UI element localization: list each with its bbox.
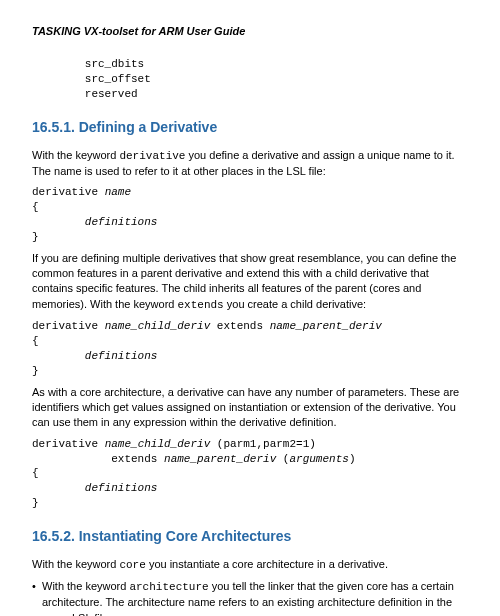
code-text: { bbox=[32, 201, 85, 228]
keyword-architecture: architecture bbox=[129, 581, 208, 593]
bullet-dot-icon: • bbox=[32, 579, 42, 616]
code-keywords-top: src_dbits src_offset reserved bbox=[32, 57, 468, 102]
bullet-item: • With the keyword architecture you tell… bbox=[32, 579, 468, 616]
code-derivative-extends: derivative name_child_deriv extends name… bbox=[32, 319, 468, 378]
code-text: } bbox=[32, 497, 39, 509]
paragraph: As with a core architecture, a derivativ… bbox=[32, 385, 468, 431]
code-placeholder-name: name bbox=[105, 186, 131, 198]
code-text: } bbox=[32, 231, 39, 243]
code-placeholder-definitions: definitions bbox=[85, 216, 158, 228]
paragraph: If you are defining multiple derivatives… bbox=[32, 251, 468, 314]
text: you instantiate a core architecture in a… bbox=[146, 558, 388, 570]
section-heading-defining-derivative: 16.5.1. Defining a Derivative bbox=[32, 118, 468, 138]
code-text: } bbox=[32, 365, 39, 377]
code-placeholder-parent: name_parent_deriv bbox=[270, 320, 382, 332]
keyword-core: core bbox=[119, 559, 145, 571]
code-text: derivative bbox=[32, 438, 105, 450]
code-placeholder-child: name_child_deriv bbox=[105, 438, 211, 450]
code-text: extends bbox=[210, 320, 269, 332]
code-placeholder-definitions: definitions bbox=[85, 482, 158, 494]
code-placeholder-child: name_child_deriv bbox=[105, 320, 211, 332]
code-placeholder-definitions: definitions bbox=[85, 350, 158, 362]
code-placeholder-parent: name_parent_deriv bbox=[164, 453, 276, 465]
bullet-text: With the keyword architecture you tell t… bbox=[42, 579, 468, 616]
keyword-derivative: derivative bbox=[119, 150, 185, 162]
text: you create a child derivative: bbox=[224, 298, 366, 310]
text: With the keyword bbox=[32, 149, 119, 161]
code-derivative-params: derivative name_child_deriv (parm1,parm2… bbox=[32, 437, 468, 511]
text: With the keyword bbox=[42, 580, 129, 592]
code-text: ( bbox=[276, 453, 289, 465]
section-heading-instantiating-core: 16.5.2. Instantiating Core Architectures bbox=[32, 527, 468, 547]
doc-title: TASKING VX-toolset for ARM User Guide bbox=[32, 24, 468, 39]
code-text: { bbox=[32, 335, 85, 362]
code-placeholder-arguments: arguments bbox=[289, 453, 348, 465]
code-text: derivative bbox=[32, 186, 105, 198]
code-derivative-basic: derivative name { definitions } bbox=[32, 185, 468, 244]
text: With the keyword bbox=[32, 558, 119, 570]
paragraph: With the keyword core you instantiate a … bbox=[32, 557, 468, 573]
paragraph: With the keyword derivative you define a… bbox=[32, 148, 468, 180]
code-text: derivative bbox=[32, 320, 105, 332]
keyword-extends: extends bbox=[177, 299, 223, 311]
